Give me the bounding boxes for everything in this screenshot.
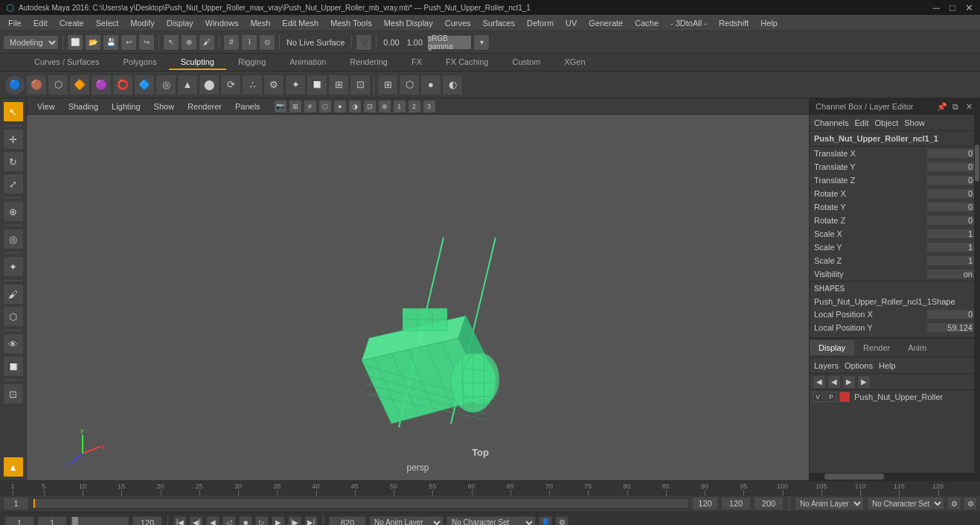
pb-frame-input[interactable] [37,516,67,526]
tab-animation[interactable]: Animation [278,55,338,70]
menu-select[interactable]: Select [91,17,124,29]
panel-scrollbar-v[interactable] [974,115,980,473]
display-wire-btn[interactable]: ⬡ [399,74,420,95]
snap-grid[interactable]: # [223,34,240,51]
sculpt-tool-12[interactable]: ⛬ [242,74,263,95]
char-set-btn[interactable]: ⚙ [947,497,961,510]
vp-isolate-btn[interactable]: ⊡ [363,100,377,113]
move-tool-btn[interactable]: ✛ [3,129,24,150]
sculpt-tool-4[interactable]: 🔶 [69,74,90,95]
layer-scrollbar-h[interactable] [810,473,980,480]
menu-file[interactable]: File [3,17,27,29]
layer-color-swatch[interactable] [839,392,850,402]
visibility-input[interactable] [927,270,976,279]
tab-fx-caching[interactable]: FX Caching [434,55,500,70]
step-back-btn[interactable]: ◀| [190,516,203,526]
last-tool-btn[interactable]: ⊕ [3,201,24,222]
snap-curve[interactable]: ⌇ [241,34,257,51]
menu-redshift[interactable]: Redshift [714,17,754,29]
redo-button[interactable]: ↪ [138,34,155,51]
tab-anim[interactable]: Anim [899,340,935,355]
display-smooth-btn[interactable]: ● [420,74,441,95]
pb-end-input[interactable] [132,516,162,526]
undo-button[interactable]: ↩ [121,34,137,51]
vp-frame-all-btn[interactable]: ⊞ [289,100,302,113]
viewport-content[interactable]: x y z persp Top [27,115,809,480]
vp-hud-btn[interactable]: ⊕ [378,100,391,113]
snap-point[interactable]: ⊙ [259,34,275,51]
timeline-scrubber[interactable] [32,498,689,509]
frame-slider[interactable] [70,516,129,526]
char-set-select[interactable]: No Character Set [867,497,944,510]
layer-menu-help[interactable]: Help [879,361,896,370]
scale-y-input[interactable] [927,243,976,252]
goto-end-btn[interactable]: ▶| [304,516,318,526]
vp-camera-btn[interactable]: 📷 [274,100,287,113]
viewport[interactable]: View Shading Lighting Show Renderer Pane… [27,98,809,480]
sculpt-mode-btn[interactable]: ✦ [3,256,24,277]
gamma-dropdown[interactable]: ▾ [473,34,490,51]
timeline-ruler[interactable]: 1510152025303540455055606570758085909510… [0,481,980,496]
menu-deform[interactable]: Deform [522,17,559,29]
sculpt-tool-10[interactable]: ⬤ [199,74,220,95]
pb-anim-layer-select[interactable]: No Anim Layer [369,516,443,526]
save-scene-button[interactable]: 💾 [103,34,119,51]
tab-sculpting[interactable]: Sculpting [169,55,226,70]
menu-mesh[interactable]: Mesh [245,17,275,29]
paint-skin-btn[interactable]: ⬡ [3,306,24,327]
vp-resolution-2[interactable]: 2 [408,100,421,113]
sculpt-tool-3[interactable]: ⬡ [48,74,68,95]
sculpt-tool-13[interactable]: ⚙ [263,74,284,95]
menu-mesh-display[interactable]: Mesh Display [379,17,438,29]
translate-x-input[interactable] [927,149,976,158]
tab-custom[interactable]: Custom [501,55,553,70]
camera-button[interactable]: 🎥 [356,34,372,51]
vp-xray-btn[interactable]: ◑ [348,100,362,113]
close-button[interactable]: ✕ [964,2,974,13]
step-fwd-btn[interactable]: |▶ [288,516,301,526]
cb-pin-btn[interactable]: 📌 [937,101,947,112]
scale-tool-btn[interactable]: ⤢ [3,174,24,194]
menu-help[interactable]: Help [755,17,783,29]
title-controls[interactable]: ─ □ ✕ [931,2,974,13]
pb-char-set-select[interactable]: No Character Set [446,516,536,526]
vp-menu-lighting[interactable]: Lighting [106,101,147,112]
camera-lens-btn[interactable]: ⊡ [3,384,24,404]
menu-generate[interactable]: Generate [583,17,628,29]
channels-menu-channels[interactable]: Channels [814,118,848,127]
channels-menu-object[interactable]: Object [874,118,898,127]
range-start-input[interactable] [3,497,29,510]
last-layer-btn[interactable]: ▶ [857,375,871,389]
select-tool[interactable]: ↖ [163,34,179,51]
show-hide-btn[interactable]: 👁 [3,334,24,354]
sculpt-tool-9[interactable]: ▲ [177,74,198,95]
menu-edit-mesh[interactable]: Edit Mesh [277,17,324,29]
cb-float-btn[interactable]: ⧉ [950,101,961,112]
snap-view-btn[interactable]: ▲ [3,456,24,477]
menu-edit[interactable]: Edit [28,17,53,29]
sculpt-tool-11[interactable]: ⟳ [220,74,241,95]
tab-render[interactable]: Render [854,340,899,355]
scale-z-input[interactable] [927,256,976,265]
next-frame-btn[interactable]: ▶ [272,516,285,526]
prev-frame-btn[interactable]: ◀ [206,516,220,526]
lasso-select[interactable]: ⊕ [181,34,197,51]
channels-menu-show[interactable]: Show [904,118,925,127]
cb-close-btn[interactable]: ✕ [964,101,974,112]
vp-smooth-btn[interactable]: ● [333,100,347,113]
translate-y-input[interactable] [927,162,976,171]
vp-wire-btn[interactable]: ⬡ [318,100,332,113]
layer-visibility-toggle[interactable]: V [813,392,823,402]
tab-curves-surfaces[interactable]: Curves / Surfaces [22,55,111,70]
maximize-button[interactable]: □ [947,2,958,13]
stop-btn[interactable]: ■ [239,516,252,526]
display-render-btn[interactable]: ◐ [442,74,463,95]
rotate-tool-btn[interactable]: ↻ [3,151,24,172]
rotate-x-input[interactable] [927,189,976,198]
next-layer-btn[interactable]: ▶ [842,375,856,389]
anim-layer-select[interactable]: No Anim Layer [795,497,864,510]
menu-create[interactable]: Create [54,17,89,29]
gamma-button[interactable]: sRGB gamma [427,35,472,50]
frame-max-input[interactable] [754,497,784,510]
rotate-y-input[interactable] [927,203,976,211]
